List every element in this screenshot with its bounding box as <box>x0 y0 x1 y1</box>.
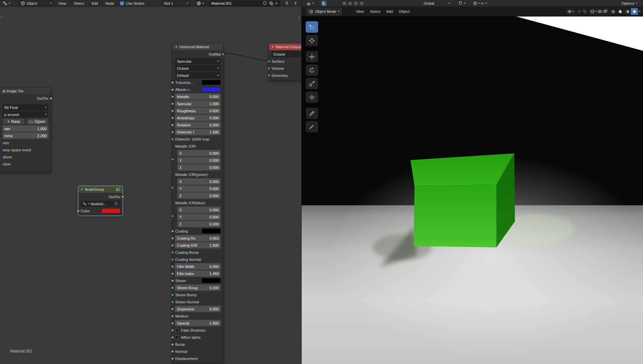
node-universal-header[interactable]: ▼ Universal Material <box>173 43 223 50</box>
color-swatch[interactable] <box>101 208 120 213</box>
socket-gray[interactable] <box>171 95 174 98</box>
editor-type-button[interactable]: ▾ <box>1 1 11 6</box>
falloff-wave-icon[interactable] <box>480 1 485 6</box>
viewport-editor-type-button[interactable]: ▾ <box>305 1 315 6</box>
slider-metallic-ior-green-y[interactable]: Y0.000 <box>177 185 221 192</box>
socket-purple[interactable] <box>171 158 174 161</box>
shading-solid-button[interactable] <box>617 8 624 15</box>
slider-dispersion[interactable]: Dispersion0.000 <box>175 306 221 312</box>
collapse-triangle-icon[interactable]: ▼ <box>81 188 83 191</box>
socket-gray[interactable] <box>171 244 174 247</box>
tool-measure-button[interactable] <box>306 121 318 132</box>
color-swatch[interactable] <box>202 87 221 92</box>
socket-gray[interactable] <box>171 131 174 133</box>
proportional-circles-icon[interactable] <box>473 1 478 6</box>
viewport-menu-object[interactable]: Object <box>396 7 413 17</box>
node-group-header[interactable]: ▼ NodeGroup <box>78 186 123 193</box>
material-browse-dropdown[interactable]: ▾ <box>195 1 207 6</box>
mode-square-icon-1[interactable] <box>342 1 347 6</box>
socket-yellow[interactable] <box>171 81 174 84</box>
region-chevron-right[interactable]: › <box>1 14 2 19</box>
slider-specular[interactable]: Specular1.000 <box>175 100 221 107</box>
mode-square-icon-3[interactable] <box>354 1 358 6</box>
button-new[interactable]: +New <box>2 118 25 125</box>
color-swatch[interactable] <box>202 278 221 283</box>
socket-green[interactable] <box>171 251 174 254</box>
socket-gray[interactable] <box>171 315 174 317</box>
menu-add[interactable]: Add <box>88 0 101 7</box>
xray-icon[interactable] <box>603 9 608 14</box>
shading-material-preview-button[interactable] <box>624 8 631 15</box>
slider-coating-ior[interactable]: Coating IOR1.500 <box>175 242 221 248</box>
use-nodes-checkbox[interactable]: ✓ <box>120 1 124 5</box>
node-image-tex[interactable]: at Image Tex OutTex Bit Float▾p around▾+… <box>0 87 51 173</box>
tool-annotate-button[interactable] <box>306 108 318 119</box>
shading-rendered-button[interactable] <box>631 8 638 15</box>
material-name-field[interactable]: Material.001 × <box>209 1 280 6</box>
dropdown-default[interactable]: Default▾ <box>175 72 221 79</box>
color-swatch[interactable] <box>202 80 221 85</box>
collapse-triangle-icon[interactable]: ▼ <box>175 46 178 49</box>
socket-yellow[interactable] <box>171 230 174 233</box>
socket-gray[interactable] <box>171 265 174 268</box>
viewport-menu-view[interactable]: View <box>353 7 367 17</box>
slider-metallic-ior-z[interactable]: Z0.000 <box>177 164 221 171</box>
active-tool-button[interactable] <box>321 1 327 6</box>
menu-view[interactable]: View <box>55 0 69 7</box>
mode-square-icon-4[interactable] <box>359 1 364 6</box>
slider-sheen-roug[interactable]: Sheen Roug0.200 <box>175 284 221 291</box>
dropdown-octane[interactable]: Octane▾ <box>175 65 221 71</box>
shield-icon[interactable] <box>263 1 267 6</box>
socket-volume[interactable] <box>268 67 270 70</box>
region-chevron-left[interactable]: ‹ <box>298 15 300 20</box>
socket-gray[interactable] <box>171 117 174 119</box>
socket-outtex[interactable] <box>121 195 124 198</box>
show-gizmo-icon[interactable] <box>577 9 582 14</box>
dropdown-bit-float[interactable]: Bit Float▾ <box>2 104 49 111</box>
slider-dielectric-i[interactable]: Dielectric I1.500 <box>175 129 221 135</box>
socket-gray[interactable] <box>171 322 174 325</box>
viewport-menu-select[interactable]: Select <box>367 7 384 17</box>
slider-roughness[interactable]: Roughness0.600 <box>175 108 221 114</box>
socket-color[interactable] <box>77 210 80 212</box>
eye-icon[interactable] <box>567 9 572 14</box>
show-overlays-icon[interactable] <box>582 9 587 14</box>
slider-metallic[interactable]: Metallic0.000 <box>175 93 221 100</box>
socket-green[interactable] <box>171 258 174 261</box>
dropdown-p-around[interactable]: p around▾ <box>2 111 49 118</box>
socket-gray[interactable] <box>171 329 174 332</box>
slider-metallic-ior-blue-y[interactable]: Y0.000 <box>177 214 221 220</box>
socket-outmat[interactable] <box>222 53 224 56</box>
viewport-3d[interactable]: Object Mode ▾ ViewSelectAddObject ▾ ▾ <box>301 7 643 364</box>
socket-purple[interactable] <box>171 186 174 189</box>
checkbox-affect-alpha[interactable] <box>175 335 179 339</box>
socket-geometry[interactable] <box>268 74 270 77</box>
slider-mma[interactable]: mma2.200 <box>2 132 49 139</box>
node-universal-material[interactable]: ▼ Universal Material OutMat Specular▾Oct… <box>172 43 223 364</box>
slot-dropdown[interactable]: Slot 1 ▾ <box>162 1 190 6</box>
menu-node[interactable]: Node <box>102 0 117 7</box>
socket-yellow[interactable] <box>171 343 174 346</box>
close-icon[interactable]: × <box>275 1 279 6</box>
slider-opacity[interactable]: Opacity1.000 <box>175 320 221 326</box>
parent-node-tree-button[interactable] <box>292 1 299 6</box>
button-open[interactable]: Open <box>26 118 49 125</box>
socket-green[interactable] <box>171 294 174 296</box>
shading-wireframe-button[interactable] <box>610 8 617 15</box>
slider-metallic-ior-green-x[interactable]: X0.000 <box>177 178 221 185</box>
menu-select[interactable]: Select <box>71 0 87 7</box>
green-cube[interactable] <box>410 153 515 247</box>
viewport-menu-add[interactable]: Add <box>383 7 396 17</box>
render-pass-icon[interactable] <box>590 9 595 14</box>
socket-green[interactable] <box>171 138 174 141</box>
transform-orientation-dropdown[interactable]: Global ▾ <box>422 1 451 6</box>
socket-gray[interactable] <box>171 336 174 339</box>
slider-metallic-ior-x[interactable]: X0.000 <box>177 150 221 156</box>
socket-gray[interactable] <box>171 102 174 105</box>
node-material-output[interactable]: ▼ Material Output Octane ▾ SurfaceVolume… <box>269 43 301 81</box>
cube-front-face[interactable] <box>414 185 496 247</box>
pin-button[interactable] <box>283 1 290 6</box>
output-target-dropdown[interactable]: Octane ▾ <box>271 51 301 57</box>
compare-icon[interactable] <box>598 9 602 14</box>
socket-yellow[interactable] <box>171 350 174 353</box>
